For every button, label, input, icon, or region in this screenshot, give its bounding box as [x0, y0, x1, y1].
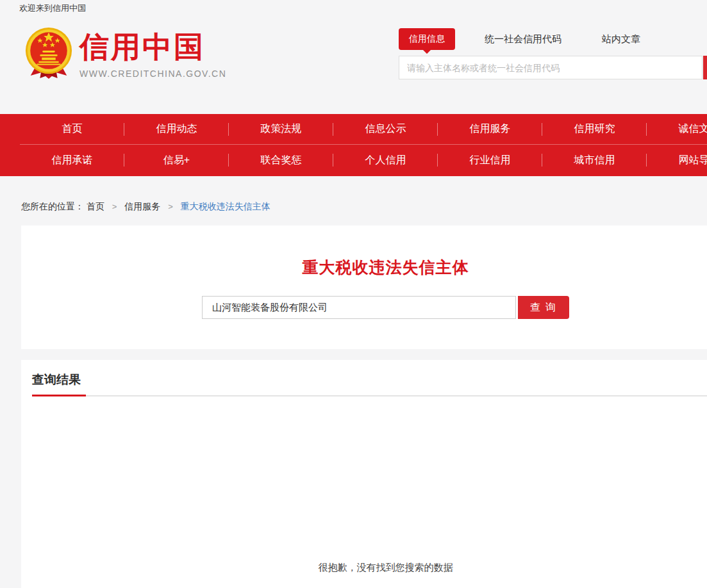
query-row: 查 询	[21, 296, 707, 319]
tab-credit-info[interactable]: 信用信息	[399, 28, 455, 50]
header-search-input[interactable]	[399, 56, 703, 79]
page-title: 重大税收违法失信主体	[21, 225, 707, 278]
breadcrumb-separator: >	[112, 202, 117, 211]
nav-item-joint-reward-punish[interactable]: 联合奖惩	[229, 154, 333, 167]
nav-item-credit-services[interactable]: 信用服务	[438, 122, 542, 136]
query-card: 重大税收违法失信主体 查 询	[21, 225, 707, 349]
nav-item-info-disclosure[interactable]: 信息公示	[333, 122, 438, 136]
tab-site-articles[interactable]: 站内文章	[602, 33, 640, 45]
credit-china-page: 欢迎来到信用中国 信用中国 WWW.CREDITCHINA.GOV.CN 信用信…	[0, 0, 707, 588]
results-divider	[32, 395, 707, 396]
header-search-button[interactable]	[703, 56, 707, 79]
nav-item-credit-research[interactable]: 信用研究	[542, 122, 647, 136]
breadcrumb-prefix: 您所在的位置：	[21, 201, 84, 211]
empty-result-message: 很抱歉，没有找到您搜索的数据	[21, 562, 707, 574]
nav-row-1: 首页 信用动态 政策法规 信息公示 信用服务 信用研究 诚信文化	[20, 114, 707, 145]
breadcrumb-separator: >	[168, 202, 173, 211]
breadcrumb-home[interactable]: 首页	[87, 201, 104, 211]
breadcrumb-credit-services[interactable]: 信用服务	[124, 201, 160, 211]
nav-item-personal-credit[interactable]: 个人信用	[333, 154, 438, 167]
breadcrumb: 您所在的位置： 首页 > 信用服务 > 重大税收违法失信主体	[21, 201, 270, 213]
nav-item-policies[interactable]: 政策法规	[229, 122, 333, 136]
nav-item-integrity-culture[interactable]: 诚信文化	[647, 122, 707, 136]
brand-title[interactable]: 信用中国	[79, 32, 226, 61]
nav-row-2: 信用承诺 信易+ 联合奖惩 个人信用 行业信用 城市信用 网站导航	[20, 145, 707, 176]
nav-item-credit-commitment[interactable]: 信用承诺	[20, 154, 124, 167]
query-button[interactable]: 查 询	[518, 296, 569, 319]
brand-block: 信用中国 WWW.CREDITCHINA.GOV.CN	[79, 32, 226, 79]
nav-item-home[interactable]: 首页	[20, 122, 124, 136]
results-heading: 查询结果	[32, 372, 81, 388]
nav-item-city-credit[interactable]: 城市信用	[542, 154, 647, 167]
welcome-text: 欢迎来到信用中国	[19, 3, 86, 14]
results-card: 查询结果 很抱歉，没有找到您搜索的数据	[21, 360, 707, 588]
query-input[interactable]	[202, 296, 516, 319]
brand-url: WWW.CREDITCHINA.GOV.CN	[79, 69, 226, 79]
nav-item-industry-credit[interactable]: 行业信用	[438, 154, 542, 167]
nav-item-site-map[interactable]: 网站导航	[647, 154, 707, 167]
nav-inner: 首页 信用动态 政策法规 信息公示 信用服务 信用研究 诚信文化 信用承诺 信易…	[0, 114, 707, 176]
national-emblem-icon[interactable]	[24, 26, 74, 79]
results-head: 查询结果	[32, 372, 707, 388]
nav-item-xinyi-plus[interactable]: 信易+	[124, 154, 229, 167]
main-navigation: 首页 信用动态 政策法规 信息公示 信用服务 信用研究 诚信文化 信用承诺 信易…	[0, 114, 707, 176]
breadcrumb-current-page: 重大税收违法失信主体	[181, 201, 270, 211]
tab-social-credit-code[interactable]: 统一社会信用代码	[485, 33, 561, 45]
header-search-tabs: 信用信息 统一社会信用代码 站内文章	[399, 28, 640, 50]
results-divider-accent	[32, 395, 86, 396]
nav-item-credit-news[interactable]: 信用动态	[124, 122, 229, 136]
